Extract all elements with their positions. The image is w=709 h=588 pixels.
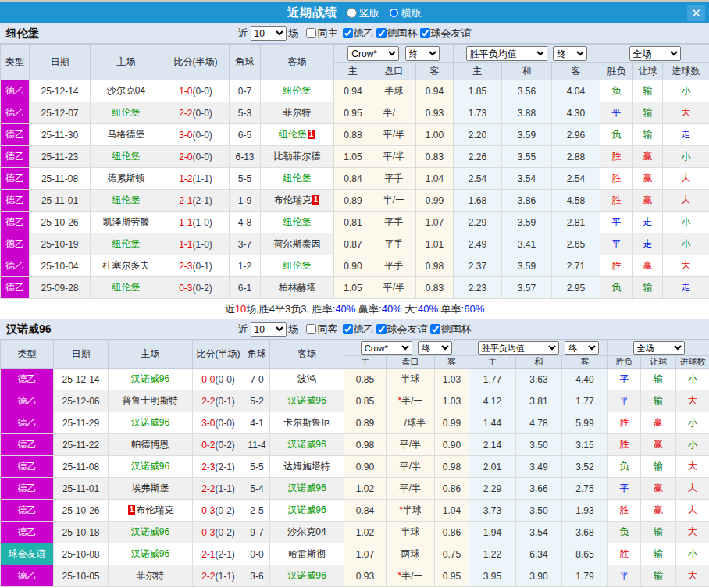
match-date-cell: 25-12-14: [30, 80, 91, 102]
home-team-cell: 汉诺威96: [109, 522, 193, 543]
match-type-cell: 德乙: [1, 168, 30, 190]
away-team-cell: 哈雷斯彻: [270, 543, 344, 565]
league-filter[interactable]: 球会友谊: [418, 27, 472, 41]
away-team-cell: 纽伦堡1: [261, 124, 334, 146]
league-checkbox[interactable]: [420, 28, 430, 38]
mean-stage-select[interactable]: 终: [553, 46, 587, 61]
league-checkbox[interactable]: [343, 28, 353, 38]
match-type-cell: 德乙: [1, 478, 54, 500]
mean-draw-cell: 4.78: [516, 412, 562, 434]
home-team-cell: 汉诺威96: [109, 412, 193, 434]
match-date-cell: 25-11-08: [54, 456, 109, 478]
odds-home-cell: 0.85: [344, 369, 387, 390]
league-checkbox[interactable]: [376, 28, 387, 38]
odds-home-cell: 0.88: [334, 124, 372, 146]
mean-away-cell: 2.54: [552, 168, 600, 190]
result-goals-cell: 大: [663, 190, 709, 212]
score-cell: 0-3(0-2): [162, 277, 230, 299]
match-count-select[interactable]: 10: [251, 26, 287, 41]
team-flag-badge: 1: [312, 195, 320, 205]
odds-away-cell: 1.03: [435, 369, 469, 390]
home-team-cell: 汉诺威96: [109, 543, 193, 565]
mean-away-cell: 3.15: [562, 434, 608, 456]
sub-header-handicap: 盘口: [387, 356, 435, 369]
col-header-score: 比分(半场): [162, 45, 230, 80]
mean-group-header: 胜平负均值 终: [469, 340, 608, 356]
odds-away-cell: 1.04: [416, 168, 454, 190]
scope-select[interactable]: 全场: [633, 341, 685, 355]
result-goals-cell: 大: [676, 390, 709, 412]
team-link: 帕德博恩: [132, 439, 169, 450]
bookmaker-select[interactable]: Crow*: [361, 341, 412, 355]
match-row: 德乙25-10-19纽伦堡1-1(1-0)3-7荷尔斯泰因0.87平手1.012…: [1, 233, 709, 255]
handicap-star: *: [397, 395, 401, 406]
league-filter[interactable]: 德国杯: [428, 323, 472, 337]
league-filter[interactable]: 德国杯: [374, 27, 418, 41]
mean-type-select[interactable]: 胜平负均值: [478, 341, 559, 355]
match-row: 德乙25-11-22帕德博恩0-2(0-2)11-4汉诺威960.98平/半0.…: [1, 434, 709, 456]
team-link: 汉诺威96: [131, 461, 169, 472]
close-button[interactable]: ✕: [687, 5, 705, 21]
odds-away-cell: 0.93: [416, 102, 454, 124]
summary-segment: 赢率:: [355, 302, 381, 316]
corner-cell: 6-1: [230, 277, 261, 299]
away-team-cell: 布伦瑞克1: [261, 190, 334, 212]
match-row: 德乙25-11-01纽伦堡2-1(2-1)1-9布伦瑞克10.89半/一0.99…: [1, 190, 709, 212]
odds-away-cell: 0.99: [416, 190, 454, 212]
odds-stage-select[interactable]: 终: [405, 46, 440, 61]
sub-header-outcome: 胜负: [600, 63, 633, 80]
same-venue-checkbox[interactable]: [306, 28, 316, 38]
layout-option-vertical[interactable]: 竖版: [347, 6, 379, 20]
mean-type-select[interactable]: 胜平负均值: [466, 46, 547, 61]
team-link: 比勒菲尔德: [274, 151, 321, 162]
match-date-cell: 25-10-19: [30, 233, 91, 255]
away-team-cell: 纽伦堡: [261, 255, 334, 277]
sub-header-mean-away: 客: [552, 63, 600, 80]
horizontal-layout-radio[interactable]: [389, 8, 399, 18]
mean-away-cell: 5.99: [562, 412, 608, 434]
corner-cell: 4-8: [230, 212, 261, 233]
same-venue-checkbox[interactable]: [306, 324, 316, 334]
match-date-cell: 25-11-08: [30, 168, 91, 190]
league-label: 德乙: [354, 27, 374, 41]
sub-header-handicap-result: 让球: [641, 356, 676, 369]
result-handicap-cell: 赢: [633, 146, 663, 168]
match-date-cell: 25-11-01: [54, 478, 109, 500]
team-link: 汉诺威96: [131, 373, 169, 384]
team-link: 凯泽斯劳滕: [103, 216, 150, 227]
mean-home-cell: 1.22: [469, 543, 516, 565]
vertical-layout-radio[interactable]: [347, 8, 357, 18]
close-icon: ✕: [691, 6, 701, 20]
scope-select[interactable]: 全场: [629, 46, 681, 61]
away-team-cell: 波鸿: [270, 369, 344, 390]
layout-option-horizontal[interactable]: 横版: [389, 6, 422, 20]
odds-home-cell: 1.02: [344, 478, 387, 500]
home-team-cell: 帕德博恩: [109, 434, 193, 456]
handicap-cell: 平手: [372, 255, 416, 277]
score-cell: 1-0(0-0): [162, 80, 230, 102]
sub-header-goals: 进球数: [676, 356, 709, 369]
league-checkbox[interactable]: [430, 324, 440, 334]
bookmaker-select[interactable]: Crow*: [347, 46, 399, 61]
horizontal-layout-label: 横版: [401, 6, 422, 20]
home-team-cell: 杜塞尔多夫: [91, 255, 162, 277]
league-filter[interactable]: 德乙: [340, 323, 374, 337]
same-venue-filter[interactable]: 同主: [301, 27, 338, 41]
league-filter[interactable]: 德乙: [340, 27, 374, 41]
odds-away-cell: 0.94: [416, 80, 454, 102]
same-venue-filter[interactable]: 同客: [301, 323, 338, 337]
odds-stage-select[interactable]: 终: [418, 341, 452, 355]
mean-draw-cell: 3.54: [502, 168, 552, 190]
match-count-select[interactable]: 10: [251, 322, 287, 337]
mean-stage-select[interactable]: 终: [565, 341, 599, 355]
team-link: 汉诺威96: [287, 439, 326, 450]
summary-segment: 10: [235, 303, 246, 315]
sub-header-handicap-result: 让球: [633, 63, 663, 80]
league-filter[interactable]: 球会友谊: [374, 323, 428, 337]
mean-home-cell: 2.49: [454, 233, 502, 255]
summary-segment: 40%: [382, 303, 402, 315]
sub-header-handicap: 盘口: [372, 63, 416, 80]
odds-away-cell: 1.04: [435, 500, 469, 522]
league-checkbox[interactable]: [376, 324, 387, 334]
league-checkbox[interactable]: [343, 324, 353, 334]
